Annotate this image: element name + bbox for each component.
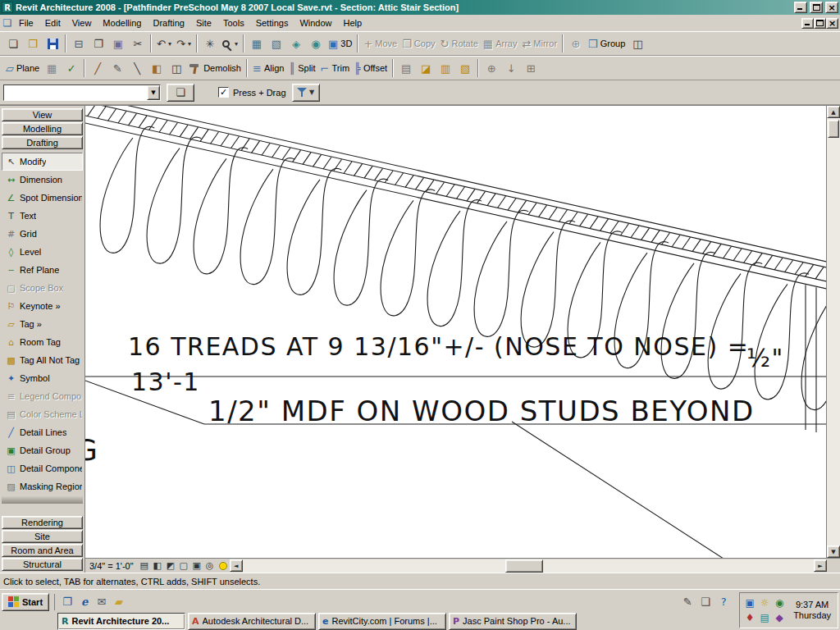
- shadows-icon[interactable]: ◩: [164, 559, 177, 572]
- tool-level[interactable]: ◊ Level: [2, 243, 83, 261]
- match-type-button[interactable]: ✎: [107, 58, 127, 78]
- vertical-scroll-thumb[interactable]: [828, 120, 839, 138]
- tool-color-scheme[interactable]: ▤ Color Scheme L: [2, 405, 83, 423]
- show-crop-icon[interactable]: ▣: [190, 559, 203, 572]
- tool-detail-group[interactable]: ▣ Detail Group: [2, 441, 83, 459]
- redo-button[interactable]: ↷ ▾: [174, 34, 194, 53]
- tape-measure-button[interactable]: ╱: [88, 58, 107, 78]
- designbar-tab-rendering[interactable]: Rendering: [2, 516, 83, 529]
- press-drag-checkbox[interactable]: [218, 87, 229, 98]
- zoom-button[interactable]: ▾: [220, 34, 240, 53]
- minimize-button[interactable]: [794, 2, 807, 13]
- scroll-down-icon[interactable]: ▼: [827, 546, 840, 558]
- new-button[interactable]: ❏: [3, 34, 23, 53]
- tool-masking-region[interactable]: ▨ Masking Region: [2, 477, 83, 495]
- designbar-tab-room-and-area[interactable]: Room and Area: [2, 544, 83, 557]
- horizontal-scroll-thumb[interactable]: [505, 559, 543, 573]
- split-button[interactable]: ║ Split: [286, 58, 317, 78]
- task-revit[interactable]: R Revit Architecture 20...: [57, 613, 185, 630]
- designbar-tab-modelling[interactable]: Modelling: [2, 122, 83, 135]
- open-button[interactable]: ❒: [23, 34, 43, 53]
- menu-view[interactable]: View: [66, 16, 98, 30]
- reveal-hidden-icon[interactable]: [217, 559, 230, 572]
- designbar-tab-structural[interactable]: Structural: [2, 558, 83, 571]
- move-button[interactable]: + Move: [361, 34, 399, 53]
- menu-drafting[interactable]: Drafting: [147, 16, 190, 30]
- model-graphics-icon[interactable]: ◧: [151, 559, 164, 572]
- maximize-button[interactable]: [810, 2, 823, 13]
- tool-scope-box[interactable]: ▢ Scope Box: [2, 279, 83, 297]
- tray-icon-antivirus[interactable]: ♦: [743, 611, 756, 624]
- tool-legend-component[interactable]: ≡ Legend Compor: [2, 387, 83, 405]
- menu-settings[interactable]: Settings: [250, 16, 294, 30]
- task-revitcity[interactable]: e RevitCity.com | Forums |...: [318, 613, 446, 630]
- menu-edit[interactable]: Edit: [39, 16, 66, 30]
- cut-button[interactable]: ✂: [128, 34, 148, 53]
- designbar-tab-drafting[interactable]: Drafting: [2, 136, 83, 149]
- scroll-up-icon[interactable]: ▲: [827, 106, 840, 118]
- default-3d-button[interactable]: ▣ 3D: [326, 34, 354, 53]
- horizontal-scrollbar[interactable]: [243, 559, 814, 573]
- work-plane-button[interactable]: ▱ Plane: [3, 58, 42, 78]
- save-button[interactable]: [43, 34, 62, 53]
- work-plane-grid-button[interactable]: ▦: [42, 58, 62, 78]
- menu-site[interactable]: Site: [190, 16, 217, 30]
- tool-symbol[interactable]: ✦ Symbol: [2, 369, 83, 387]
- tool-text[interactable]: T Text: [2, 207, 83, 225]
- copy-button[interactable]: ❐: [89, 34, 108, 53]
- tray-icon-graphics[interactable]: ▤: [758, 611, 771, 624]
- crop-region-icon[interactable]: ▢: [177, 559, 190, 572]
- ie-icon[interactable]: e: [77, 595, 92, 609]
- scroll-right-icon[interactable]: ►: [814, 559, 827, 572]
- pin-button[interactable]: ⊕: [566, 34, 586, 53]
- tool-detail-component[interactable]: ◫ Detail Compone: [2, 459, 83, 477]
- tool-detail-lines[interactable]: ╱ Detail Lines: [2, 423, 83, 441]
- tool-ref-plane[interactable]: ┄ Ref Plane: [2, 261, 83, 279]
- paint-button[interactable]: ◧: [147, 58, 167, 78]
- drawing-canvas[interactable]: 16 TREADS AT 9 13/16"+/- (NOSE TO NOSE) …: [85, 106, 827, 558]
- designbar-tab-view[interactable]: View: [2, 108, 83, 121]
- menu-help[interactable]: Help: [338, 16, 368, 30]
- vertical-scrollbar[interactable]: ▲ ▼: [827, 106, 840, 558]
- menu-tools[interactable]: Tools: [217, 16, 250, 30]
- tray-icon-volume[interactable]: ☼: [758, 596, 771, 609]
- designbar-tab-site[interactable]: Site: [2, 530, 83, 543]
- start-button[interactable]: Start: [2, 593, 49, 611]
- notes-icon[interactable]: ❑: [698, 595, 713, 609]
- paste-button[interactable]: ▣: [108, 34, 128, 53]
- task-autodesk[interactable]: A Autodesk Architectural D...: [188, 613, 316, 630]
- print-button[interactable]: ⊟: [69, 34, 89, 53]
- align-button[interactable]: ≡ Align: [250, 58, 286, 78]
- tool-grid[interactable]: # Grid: [2, 225, 83, 243]
- spelling-button[interactable]: ✓: [62, 58, 81, 78]
- hide-isolate-icon[interactable]: ◎: [203, 559, 217, 572]
- array-button[interactable]: ▦ Array: [481, 34, 520, 53]
- doc-minimize-button[interactable]: [801, 18, 814, 29]
- tool-room-tag[interactable]: ⌂ Room Tag: [2, 333, 83, 351]
- tray-icon-display[interactable]: ▣: [743, 596, 756, 609]
- menu-file[interactable]: File: [13, 16, 39, 30]
- type-selector[interactable]: ▼: [3, 84, 161, 101]
- linework-button[interactable]: ╲: [127, 58, 147, 78]
- trim-button[interactable]: ⌐ Trim: [318, 58, 353, 78]
- link-button[interactable]: ⊕: [482, 58, 501, 78]
- demolish-button[interactable]: Demolish: [186, 58, 244, 78]
- tool-tag-all[interactable]: ▩ Tag All Not Tag: [2, 351, 83, 369]
- mirror-button[interactable]: ⇄ Mirror: [519, 34, 559, 53]
- tool-keynote[interactable]: ⚐ Keynote »: [2, 297, 83, 315]
- show-desktop-icon[interactable]: ❐: [60, 595, 75, 609]
- tool-spot-dimension[interactable]: ∠ Spot Dimension: [2, 189, 83, 207]
- tray-icon-misc[interactable]: ◆: [773, 611, 786, 624]
- drafting-view-button[interactable]: ▥: [436, 58, 455, 78]
- doc-restore-button[interactable]: [814, 18, 826, 29]
- dynamic-view-button[interactable]: ◈: [286, 34, 306, 53]
- taskbar-clock[interactable]: 9:37 AM Thursday: [790, 600, 834, 621]
- folder-icon[interactable]: ▰: [112, 595, 126, 609]
- task-paintshop[interactable]: P Jasc Paint Shop Pro - Au...: [449, 613, 577, 630]
- menu-modelling[interactable]: Modelling: [97, 16, 147, 30]
- help-icon[interactable]: ?: [716, 595, 731, 609]
- split-face-button[interactable]: ◫: [167, 58, 186, 78]
- scroll-left-icon[interactable]: ◄: [230, 559, 243, 572]
- chevron-down-icon[interactable]: ▼: [147, 85, 160, 100]
- tool-tag[interactable]: ▱ Tag »: [2, 315, 83, 333]
